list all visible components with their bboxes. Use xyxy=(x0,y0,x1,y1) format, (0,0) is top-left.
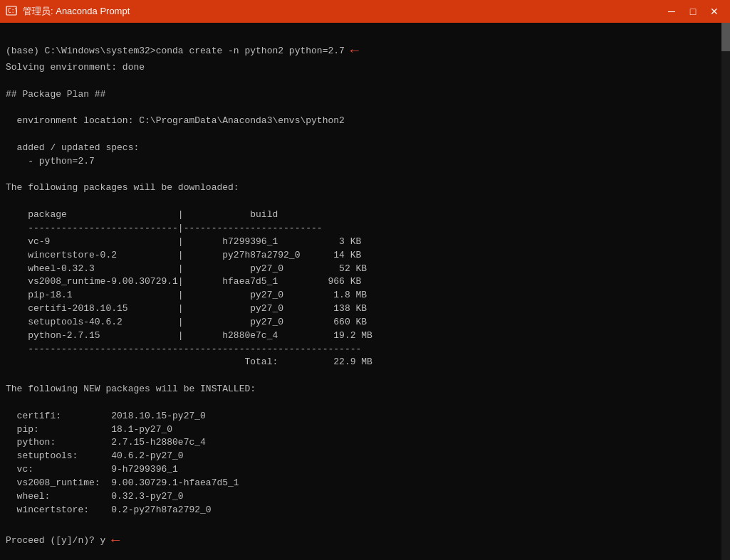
terminal-line: package | build xyxy=(6,208,724,222)
terminal-line xyxy=(6,27,724,41)
terminal-body[interactable]: (base) C:\Windows\system32>conda create … xyxy=(0,23,730,560)
terminal-line: ----------------------------------------… xyxy=(6,343,724,356)
terminal-line xyxy=(6,396,724,410)
terminal-line: ---------------------------|------------… xyxy=(6,222,724,236)
terminal-line xyxy=(6,75,724,88)
terminal-line: wheel-0.32.3 | py27_0 52 KB xyxy=(6,263,724,276)
terminal-line: python-2.7.15 | h2880e7c_4 19.2 MB xyxy=(6,329,724,343)
terminal-line: Solving environment: done xyxy=(6,61,724,75)
terminal-line: python: 2.7.15-h2880e7c_4 xyxy=(6,436,724,450)
terminal-line: The following NEW packages will be INSTA… xyxy=(6,383,724,396)
window-controls: ─ □ ✕ xyxy=(662,4,724,19)
title-bar: C:\ 管理员: Anaconda Prompt ─ □ ✕ xyxy=(0,0,730,23)
terminal-line: setuptools-40.6.2 | py27_0 660 KB xyxy=(6,316,724,329)
terminal-line: wincertstore: 0.2-py27h87a2792_0 xyxy=(6,504,724,517)
terminal-line: vs2008_runtime: 9.00.30729.1-hfaea7d5_1 xyxy=(6,477,724,490)
terminal-line: vc-9 | h7299396_1 3 KB xyxy=(6,236,724,249)
terminal-line xyxy=(6,195,724,208)
terminal-line: wheel: 0.32.3-py27_0 xyxy=(6,490,724,504)
scrollbar-thumb[interactable] xyxy=(721,23,730,51)
terminal-line-command: (base) C:\Windows\system32>conda create … xyxy=(6,41,724,61)
terminal-line: Total: 22.9 MB xyxy=(6,356,724,369)
terminal-line xyxy=(6,517,724,531)
terminal-line: pip: 18.1-py27_0 xyxy=(6,423,724,437)
minimize-button[interactable]: ─ xyxy=(662,4,682,19)
terminal-line: ## Package Plan ## xyxy=(6,88,724,102)
terminal-line xyxy=(6,551,724,560)
terminal-line: certifi: 2018.10.15-py27_0 xyxy=(6,410,724,423)
terminal-line: added / updated specs: xyxy=(6,142,724,155)
terminal-line: certifi-2018.10.15 | py27_0 138 KB xyxy=(6,302,724,316)
terminal-output: (base) C:\Windows\system32>conda create … xyxy=(6,27,724,560)
restore-button[interactable]: □ xyxy=(683,4,703,19)
terminal-line: - python=2.7 xyxy=(6,155,724,169)
terminal-line: wincertstore-0.2 | py27h87a2792_0 14 KB xyxy=(6,249,724,263)
terminal-line: vc: 9-h7299396_1 xyxy=(6,463,724,477)
close-button[interactable]: ✕ xyxy=(704,4,724,19)
terminal-line: environment location: C:\ProgramData\Ana… xyxy=(6,115,724,128)
terminal-line xyxy=(6,101,724,115)
window-title: 管理员: Anaconda Prompt xyxy=(23,5,130,18)
terminal-line: pip-18.1 | py27_0 1.8 MB xyxy=(6,289,724,302)
proceed-prompt: Proceed ([y]/n)? y ← xyxy=(6,530,724,551)
scrollbar[interactable] xyxy=(721,23,730,560)
window: C:\ 管理员: Anaconda Prompt ─ □ ✕ (base) C:… xyxy=(0,0,730,560)
title-bar-left: C:\ 管理员: Anaconda Prompt xyxy=(6,5,130,18)
terminal-line xyxy=(6,128,724,142)
terminal-icon: C:\ xyxy=(6,6,17,17)
terminal-line xyxy=(6,169,724,182)
terminal-line: vs2008_runtime-9.00.30729.1| hfaea7d5_1 … xyxy=(6,275,724,289)
terminal-line xyxy=(6,369,724,383)
terminal-line: setuptools: 40.6.2-py27_0 xyxy=(6,450,724,463)
svg-text:C:\: C:\ xyxy=(8,8,17,14)
terminal-line: The following packages will be downloade… xyxy=(6,181,724,195)
